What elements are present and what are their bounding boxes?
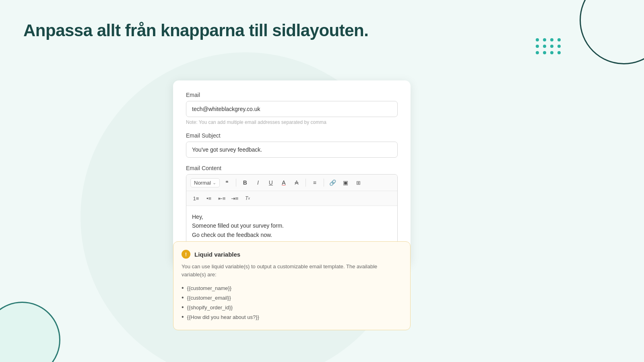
format-select[interactable]: Normal ⌄ [190, 178, 220, 187]
toolbar-divider-1 [236, 179, 236, 187]
text-color-button[interactable]: A [278, 177, 289, 188]
bg-circle-top-right [580, 0, 644, 64]
email-label: Email [186, 92, 398, 98]
table-button[interactable]: ⊞ [353, 177, 364, 188]
ordered-list-button[interactable]: 1≡ [190, 193, 202, 204]
liquid-var-2: {{customer_email}} [182, 293, 400, 302]
content-line-2: Someone filled out your survey form. [192, 221, 392, 230]
liquid-var-4: {{How did you hear about us?}} [182, 312, 400, 322]
quote-button[interactable]: ❝ [221, 177, 233, 188]
email-field-group: Email Note: You can add multiple email a… [186, 92, 398, 125]
form-card: Email Note: You can add multiple email a… [173, 80, 411, 265]
toolbar-divider-3 [324, 179, 324, 187]
page-heading: Anpassa allt från knapparna till sidlayo… [23, 21, 368, 40]
toolbar-row1: Normal ⌄ ❝ B I U A A ≡ 🔗 ▣ ⊞ [186, 175, 397, 191]
strikethrough-button[interactable]: A [291, 177, 302, 188]
liquid-variables-card: ! Liquid variables You can use liquid va… [173, 241, 411, 330]
email-input[interactable] [186, 101, 398, 117]
liquid-variables-list: {{customer_name}} {{customer_email}} {{s… [182, 283, 400, 322]
liquid-var-1: {{customer_name}} [182, 283, 400, 293]
format-select-value: Normal [194, 180, 211, 186]
liquid-title: Liquid variables [194, 251, 240, 258]
link-button[interactable]: 🔗 [327, 177, 339, 188]
subject-field-group: Email Subject [186, 132, 398, 158]
unordered-list-button[interactable]: •≡ [203, 193, 215, 204]
underline-button[interactable]: U [265, 177, 277, 188]
italic-button[interactable]: I [252, 177, 264, 188]
dots-decoration [536, 38, 561, 54]
align-button[interactable]: ≡ [309, 177, 320, 188]
liquid-var-3: {{shopify_order_id}} [182, 302, 400, 312]
rich-text-editor: Normal ⌄ ❝ B I U A A ≡ 🔗 ▣ ⊞ 1≡ •≡ [186, 174, 398, 247]
content-line-3: Go check out the feedback now. [192, 230, 392, 239]
bold-button[interactable]: B [239, 177, 251, 188]
liquid-description: You can use liquid variable(s) to output… [182, 263, 400, 278]
clear-format-button[interactable]: Tx [242, 193, 253, 204]
image-button[interactable]: ▣ [340, 177, 351, 188]
subject-input[interactable] [186, 142, 398, 158]
bg-circle-bottom-left [0, 302, 60, 362]
liquid-header: ! Liquid variables [182, 250, 400, 259]
liquid-icon: ! [182, 250, 190, 259]
content-label: Email Content [186, 165, 398, 171]
toolbar-row2: 1≡ •≡ ⇤≡ ⇥≡ Tx [186, 191, 397, 206]
indent-in-button[interactable]: ⇥≡ [229, 193, 240, 204]
chevron-down-icon: ⌄ [213, 180, 216, 185]
email-note: Note: You can add multiple email address… [186, 119, 398, 125]
editor-content[interactable]: Hey, Someone filled out your survey form… [186, 206, 397, 246]
subject-label: Email Subject [186, 132, 398, 139]
toolbar-divider-2 [305, 179, 306, 187]
content-field-group: Email Content Normal ⌄ ❝ B I U A A ≡ 🔗 ▣ [186, 165, 398, 247]
content-line-1: Hey, [192, 212, 392, 221]
indent-out-button[interactable]: ⇤≡ [216, 193, 227, 204]
